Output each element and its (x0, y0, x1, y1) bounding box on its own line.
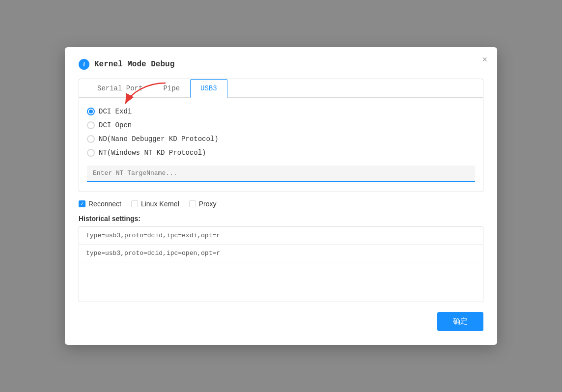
confirm-button[interactable]: 确定 (437, 312, 483, 331)
tab-usb3[interactable]: USB3 (190, 79, 227, 98)
dialog-title: Kernel Mode Debug (94, 60, 174, 69)
historical-row-1[interactable]: type=usb3,proto=dcid,ipc=open,opt=r (79, 245, 483, 262)
close-button[interactable]: × (482, 55, 487, 64)
checkbox-proxy[interactable]: Proxy (189, 200, 217, 208)
radio-label-dci-open: DCI Open (99, 121, 132, 129)
tab-content: DCI Exdi DCI Open ND(Nano Debugger KD Pr… (79, 98, 483, 192)
radio-label-nt: NT(Windows NT KD Protocol) (99, 149, 206, 157)
historical-row-0[interactable]: type=usb3,proto=dcid,ipc=exdi,opt=r (79, 227, 483, 245)
dialog-header: i Kernel Mode Debug (79, 59, 483, 70)
checkbox-reconnect[interactable]: Reconnect (79, 200, 121, 208)
historical-settings-table: type=usb3,proto=dcid,ipc=exdi,opt=r type… (79, 226, 483, 302)
checkbox-box-linux-kernel (131, 200, 138, 207)
checkbox-linux-kernel[interactable]: Linux Kernel (131, 200, 179, 208)
radio-group: DCI Exdi DCI Open ND(Nano Debugger KD Pr… (87, 108, 475, 157)
info-icon: i (79, 59, 89, 70)
tab-bar: Serial Port Pipe USB3 (79, 79, 483, 98)
nt-target-input[interactable] (87, 166, 475, 182)
historical-row-empty (79, 262, 483, 302)
radio-label-nd: ND(Nano Debugger KD Protocol) (99, 135, 219, 143)
checkbox-label-linux-kernel: Linux Kernel (141, 200, 179, 208)
dialog: i Kernel Mode Debug × Serial Port Pipe U… (65, 47, 497, 345)
historical-settings-label: Historical settings: (79, 215, 483, 223)
radio-label-dci-exdi: DCI Exdi (99, 108, 132, 115)
radio-dci-open[interactable]: DCI Open (87, 121, 475, 129)
radio-circle-dci-open (87, 121, 95, 129)
radio-dci-exdi[interactable]: DCI Exdi (87, 108, 475, 115)
radio-nt[interactable]: NT(Windows NT KD Protocol) (87, 149, 475, 157)
tab-pipe[interactable]: Pipe (153, 79, 190, 98)
checkbox-box-proxy (189, 200, 196, 207)
tab-serial-port[interactable]: Serial Port (87, 79, 153, 98)
radio-nd[interactable]: ND(Nano Debugger KD Protocol) (87, 135, 475, 143)
checkbox-label-proxy: Proxy (199, 200, 217, 208)
checkbox-box-reconnect (79, 200, 85, 207)
radio-circle-dci-exdi (87, 108, 95, 115)
bottom-checkboxes: Reconnect Linux Kernel Proxy (79, 200, 483, 208)
dialog-footer: 确定 (79, 312, 483, 331)
checkbox-label-reconnect: Reconnect (88, 200, 121, 208)
radio-circle-nd (87, 135, 95, 143)
radio-circle-nt (87, 149, 95, 157)
tab-container: Serial Port Pipe USB3 (79, 79, 483, 192)
